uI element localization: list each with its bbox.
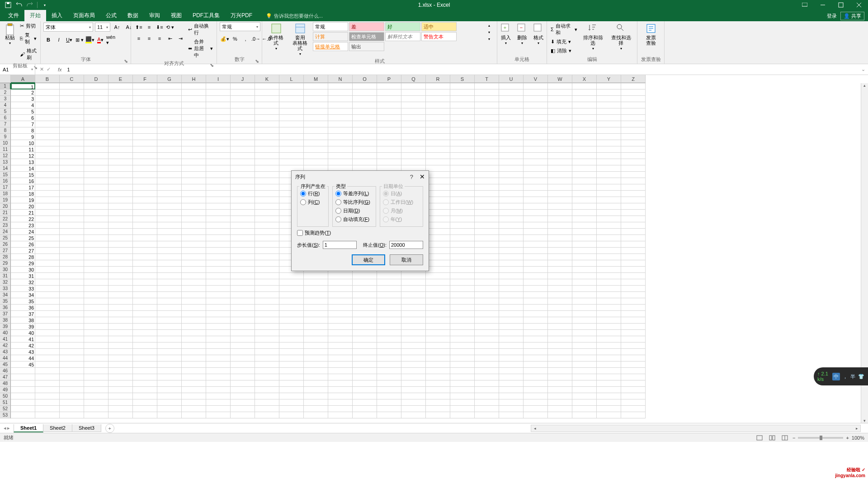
cell[interactable] <box>84 317 108 324</box>
cell[interactable] <box>279 393 304 399</box>
cell[interactable] <box>304 89 328 96</box>
cell[interactable] <box>524 134 548 140</box>
cell[interactable] <box>60 355 84 361</box>
cell[interactable]: 13 <box>11 159 35 165</box>
row-header[interactable]: 42 <box>0 343 11 349</box>
cell[interactable] <box>548 336 572 343</box>
cell[interactable] <box>206 374 231 380</box>
cell[interactable] <box>304 298 328 305</box>
cell[interactable]: 16 <box>11 178 35 184</box>
cell[interactable] <box>572 178 597 184</box>
cell[interactable] <box>133 361 157 368</box>
cell[interactable] <box>401 343 426 349</box>
name-box[interactable]: A1▾ <box>0 64 35 75</box>
cell[interactable] <box>401 361 426 368</box>
cell[interactable] <box>353 146 377 153</box>
bold-icon[interactable]: B <box>43 35 53 45</box>
cell[interactable] <box>231 89 255 96</box>
cell[interactable] <box>377 380 401 387</box>
cell[interactable] <box>84 336 108 343</box>
cell[interactable] <box>499 216 524 222</box>
cell[interactable] <box>426 317 450 324</box>
cell[interactable] <box>304 140 328 146</box>
cell[interactable] <box>401 355 426 361</box>
cell[interactable] <box>35 165 60 172</box>
cell[interactable] <box>499 241 524 248</box>
cell[interactable] <box>304 159 328 165</box>
cell[interactable] <box>182 83 206 89</box>
cell[interactable] <box>597 134 621 140</box>
cell[interactable] <box>621 165 646 172</box>
cell[interactable] <box>524 380 548 387</box>
cell[interactable] <box>231 336 255 343</box>
cancel-button[interactable]: 取消 <box>390 254 423 265</box>
cell[interactable] <box>304 393 328 399</box>
cell[interactable] <box>353 349 377 355</box>
cell[interactable] <box>231 399 255 406</box>
cell[interactable] <box>133 241 157 248</box>
cell[interactable] <box>401 153 426 159</box>
cell[interactable] <box>572 115 597 121</box>
cell[interactable] <box>548 210 572 216</box>
cell[interactable] <box>231 127 255 134</box>
cell[interactable] <box>572 380 597 387</box>
cell[interactable] <box>35 368 60 374</box>
cell[interactable] <box>353 108 377 115</box>
cell[interactable]: 41 <box>11 336 35 343</box>
cell[interactable] <box>84 146 108 153</box>
cell[interactable] <box>35 374 60 380</box>
cell[interactable] <box>108 165 133 172</box>
cell[interactable] <box>524 235 548 241</box>
scroll-down-icon[interactable]: ▾ <box>861 418 868 423</box>
cell[interactable] <box>548 343 572 349</box>
cell[interactable] <box>84 153 108 159</box>
cell[interactable] <box>426 153 450 159</box>
cell[interactable] <box>182 210 206 216</box>
cell[interactable] <box>108 361 133 368</box>
cell[interactable] <box>426 399 450 406</box>
cell[interactable] <box>524 349 548 355</box>
cell[interactable] <box>353 102 377 108</box>
cell[interactable] <box>621 102 646 108</box>
cell[interactable] <box>475 254 499 260</box>
col-header[interactable]: G <box>157 75 182 83</box>
cell[interactable] <box>279 153 304 159</box>
share-button[interactable]: 👤 共享 <box>840 12 864 20</box>
cell[interactable] <box>426 355 450 361</box>
cell[interactable] <box>182 292 206 298</box>
cell[interactable] <box>60 191 84 197</box>
cell[interactable] <box>597 273 621 279</box>
style-item[interactable]: 常规 <box>313 22 348 31</box>
cell[interactable] <box>426 222 450 229</box>
cell[interactable] <box>133 349 157 355</box>
delete-cells-button[interactable]: −删除▾ <box>515 22 529 46</box>
cell[interactable] <box>597 286 621 292</box>
cell[interactable] <box>108 330 133 336</box>
cell[interactable] <box>108 108 133 115</box>
cell[interactable] <box>450 184 475 191</box>
cell[interactable] <box>255 286 279 292</box>
cell[interactable] <box>206 89 231 96</box>
cell[interactable] <box>450 96 475 102</box>
cell[interactable] <box>328 406 353 412</box>
cell[interactable] <box>182 361 206 368</box>
cell[interactable] <box>133 121 157 127</box>
cell[interactable] <box>621 248 646 254</box>
cell[interactable] <box>597 96 621 102</box>
cell[interactable]: 39 <box>11 324 35 330</box>
number-launcher[interactable]: ⬊ <box>255 58 259 63</box>
cell[interactable] <box>475 267 499 273</box>
cell[interactable] <box>475 235 499 241</box>
cell[interactable] <box>35 380 60 387</box>
cell[interactable] <box>133 127 157 134</box>
cell[interactable] <box>84 361 108 368</box>
cell[interactable] <box>475 374 499 380</box>
cell[interactable] <box>401 349 426 355</box>
cell[interactable]: 10 <box>11 140 35 146</box>
cell[interactable] <box>206 235 231 241</box>
cell[interactable] <box>108 260 133 267</box>
cell[interactable] <box>157 279 182 286</box>
cell[interactable] <box>206 83 231 89</box>
cell[interactable] <box>572 121 597 127</box>
cell[interactable] <box>255 108 279 115</box>
